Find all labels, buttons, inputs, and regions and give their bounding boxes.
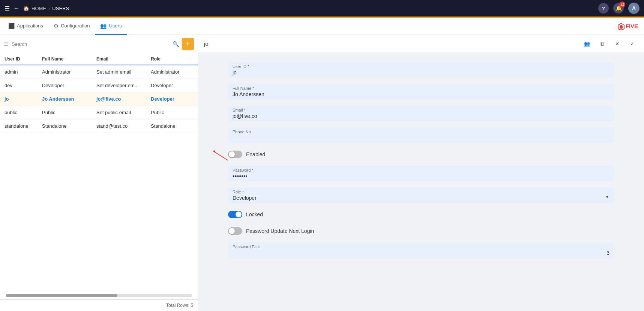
phone-label: Phone No bbox=[233, 130, 609, 134]
password-input[interactable] bbox=[233, 173, 609, 179]
password-field: Password * bbox=[228, 166, 614, 181]
cell-email: jo@five.co bbox=[96, 96, 151, 102]
users-icon: 👥 bbox=[100, 23, 107, 29]
breadcrumb-separator: › bbox=[48, 6, 50, 11]
tab-configuration-label: Configuration bbox=[61, 23, 90, 29]
avatar[interactable]: A bbox=[628, 3, 639, 14]
col-header-fullname: Full Name bbox=[42, 56, 96, 62]
password-fails-field: Password Fails 3 bbox=[228, 242, 614, 259]
five-logo-icon bbox=[617, 23, 625, 30]
password-fails-label: Password Fails bbox=[233, 245, 609, 249]
confirm-button[interactable]: ✓ bbox=[626, 38, 638, 50]
five-logo: FIVE bbox=[617, 23, 638, 30]
table-footer: Total Rows: 5 bbox=[0, 299, 198, 311]
breadcrumb: 🏠 HOME › USERS bbox=[23, 6, 69, 11]
cell-fullname: Developer bbox=[42, 83, 96, 88]
cell-userid: admin bbox=[5, 69, 42, 75]
right-header: jo 👥 🗑 ✕ ✓ bbox=[198, 35, 644, 53]
cell-role: Standalone bbox=[151, 123, 196, 129]
password-label: Password * bbox=[233, 168, 609, 172]
locked-toggle-row: Locked bbox=[228, 209, 614, 220]
svg-line-2 bbox=[213, 151, 228, 160]
tab-applications-label: Applications bbox=[17, 23, 43, 29]
cell-role: Public bbox=[151, 110, 196, 115]
enabled-label: Enabled bbox=[246, 151, 265, 157]
back-button[interactable]: ← bbox=[14, 5, 20, 12]
right-actions: 👥 🗑 ✕ ✓ bbox=[581, 38, 638, 50]
tab-users-label: Users bbox=[109, 23, 122, 29]
role-select[interactable]: Developer Administrator Public Standalon… bbox=[233, 195, 609, 201]
cell-fullname: Public bbox=[42, 110, 96, 115]
table-row[interactable]: dev Developer Set developer em... Develo… bbox=[0, 79, 198, 92]
enabled-toggle-thumb bbox=[229, 151, 235, 157]
cell-fullname: Administrator bbox=[42, 69, 96, 75]
breadcrumb-home[interactable]: HOME bbox=[32, 6, 46, 11]
role-label: Role * bbox=[233, 190, 609, 194]
table-row[interactable]: admin Administrator Set admin email Admi… bbox=[0, 65, 198, 79]
cell-email: stand@test.co bbox=[96, 123, 151, 129]
cell-userid: public bbox=[5, 110, 42, 115]
user-id-input[interactable] bbox=[233, 69, 609, 75]
svg-marker-1 bbox=[620, 25, 623, 29]
password-update-toggle-row: Password Update Next Login bbox=[228, 226, 614, 236]
locked-toggle[interactable] bbox=[228, 211, 242, 218]
add-user-button[interactable]: + bbox=[182, 38, 194, 50]
breadcrumb-current: USERS bbox=[52, 6, 69, 11]
full-name-label: Full Name * bbox=[233, 86, 609, 91]
help-button[interactable]: ? bbox=[598, 3, 609, 14]
tab-users[interactable]: 👥 Users bbox=[95, 18, 127, 35]
password-update-label: Password Update Next Login bbox=[246, 228, 314, 234]
right-panel: jo 👥 🗑 ✕ ✓ User ID * bbox=[198, 35, 644, 311]
hamburger-menu-icon[interactable]: ☰ bbox=[5, 5, 10, 12]
scroll-bar-area[interactable] bbox=[0, 292, 198, 299]
email-input[interactable] bbox=[233, 113, 609, 119]
phone-input[interactable] bbox=[233, 135, 609, 141]
password-fails-value: 3 bbox=[606, 250, 609, 256]
col-header-userid: User ID bbox=[5, 56, 42, 62]
cell-role: Developer bbox=[151, 96, 196, 102]
table-row[interactable]: public Public Set public email Public bbox=[0, 106, 198, 119]
enabled-toggle[interactable] bbox=[228, 151, 242, 158]
email-label: Email * bbox=[233, 108, 609, 112]
filter-icon[interactable]: ☰ bbox=[4, 41, 9, 47]
manage-users-button[interactable]: 👥 bbox=[581, 38, 593, 50]
confirm-icon: ✓ bbox=[630, 41, 634, 47]
full-name-input[interactable] bbox=[233, 91, 609, 97]
search-input[interactable] bbox=[12, 41, 170, 47]
scroll-thumb[interactable] bbox=[6, 294, 117, 297]
table-row-selected[interactable]: jo Jo Anderssen jo@five.co Developer bbox=[0, 92, 198, 106]
cell-email: Set developer em... bbox=[96, 83, 151, 88]
enabled-toggle-row: Enabled bbox=[228, 149, 614, 160]
cell-fullname: Standalone bbox=[42, 123, 96, 129]
user-id-field: User ID * bbox=[228, 62, 614, 78]
email-field: Email * bbox=[228, 106, 614, 121]
col-header-email: Email bbox=[96, 56, 151, 62]
notification-button[interactable]: 🔔 12 bbox=[613, 3, 624, 14]
password-update-toggle-thumb bbox=[229, 228, 235, 234]
password-update-toggle[interactable] bbox=[228, 227, 242, 235]
close-button[interactable]: ✕ bbox=[611, 38, 623, 50]
total-rows-label: Total Rows: 5 bbox=[166, 303, 193, 308]
left-panel: ☰ 🔍 + User ID Full Name Email Role admin… bbox=[0, 35, 198, 311]
tab-configuration[interactable]: ⚙ Configuration bbox=[48, 18, 95, 35]
cell-email: Set public email bbox=[96, 110, 151, 115]
select-arrow-icon: ▼ bbox=[605, 194, 609, 199]
delete-icon: 🗑 bbox=[600, 41, 605, 47]
cell-email: Set admin email bbox=[96, 69, 151, 75]
tabbar: ⬛ Applications ⚙ Configuration 👥 Users F… bbox=[0, 18, 644, 35]
cell-userid: standalone bbox=[5, 123, 42, 129]
configuration-icon: ⚙ bbox=[54, 23, 59, 29]
cell-userid: dev bbox=[5, 83, 42, 88]
manage-users-icon: 👥 bbox=[584, 41, 590, 47]
cell-userid: jo bbox=[5, 96, 42, 102]
tab-applications[interactable]: ⬛ Applications bbox=[3, 18, 48, 35]
applications-icon: ⬛ bbox=[8, 23, 15, 29]
user-id-label: User ID * bbox=[233, 64, 609, 69]
topbar: ☰ ← 🏠 HOME › USERS ? 🔔 12 A bbox=[0, 0, 644, 17]
search-button[interactable]: 🔍 bbox=[173, 41, 179, 47]
table-row[interactable]: standalone Standalone stand@test.co Stan… bbox=[0, 119, 198, 133]
delete-button[interactable]: 🗑 bbox=[596, 38, 608, 50]
cell-fullname: Jo Anderssen bbox=[42, 96, 96, 102]
notification-badge: 12 bbox=[619, 2, 625, 8]
scroll-track[interactable] bbox=[6, 294, 192, 297]
